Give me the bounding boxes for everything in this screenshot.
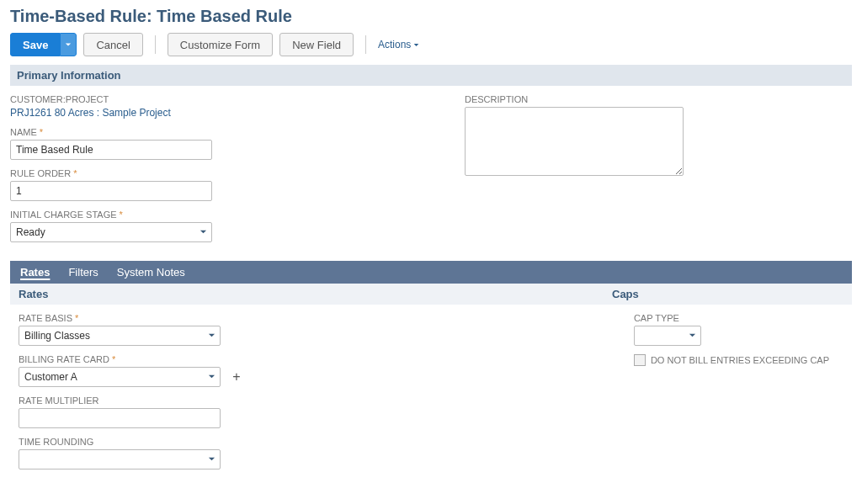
subheaders-row: Rates Caps: [10, 284, 852, 305]
initial-charge-stage-select[interactable]: [10, 222, 212, 242]
initial-charge-stage-label: INITIAL CHARGE STAGE *: [10, 210, 431, 220]
do-not-bill-label: DO NOT BILL ENTRIES EXCEEDING CAP: [651, 355, 829, 365]
add-billing-rate-card-button[interactable]: +: [227, 368, 246, 386]
rule-order-input[interactable]: [10, 181, 212, 201]
cancel-button[interactable]: Cancel: [83, 33, 142, 56]
actions-label: Actions: [378, 39, 411, 50]
time-rounding-select[interactable]: [19, 449, 221, 470]
cap-type-label: CAP TYPE: [634, 313, 843, 323]
rate-basis-select[interactable]: [19, 326, 221, 346]
rate-basis-label: RATE BASIS *: [19, 313, 600, 323]
actions-menu-link[interactable]: Actions: [378, 39, 419, 50]
new-field-button[interactable]: New Field: [279, 33, 354, 56]
section-header-primary-info: Primary Information: [10, 65, 852, 86]
toolbar-divider: [365, 35, 366, 54]
description-label: DESCRIPTION: [465, 94, 810, 104]
rate-multiplier-input[interactable]: [19, 408, 221, 428]
description-textarea[interactable]: [465, 107, 684, 176]
toolbar-divider: [155, 35, 156, 54]
time-rounding-label: TIME ROUNDING: [19, 437, 600, 447]
rates-body: RATE BASIS * BILLING RATE CARD * + RATE …: [10, 305, 852, 495]
subheader-caps: Caps: [604, 284, 852, 305]
caret-down-icon: [413, 42, 419, 48]
billing-rate-card-select[interactable]: [19, 367, 221, 387]
customer-project-link[interactable]: PRJ1261 80 Acres : Sample Project: [10, 107, 171, 119]
do-not-bill-checkbox[interactable]: [634, 354, 646, 366]
tab-filters[interactable]: Filters: [68, 266, 98, 279]
tab-rates[interactable]: Rates: [20, 266, 50, 279]
name-label: NAME *: [10, 127, 431, 137]
name-input[interactable]: [10, 140, 212, 160]
customer-project-label: CUSTOMER:PROJECT: [10, 94, 431, 104]
page-title: Time-Based Rule: Time Based Rule: [10, 7, 852, 26]
save-button[interactable]: Save: [10, 33, 60, 56]
rate-multiplier-label: RATE MULTIPLIER: [19, 395, 600, 406]
tab-system-notes[interactable]: System Notes: [117, 266, 185, 279]
top-toolbar: Save Cancel Customize Form New Field Act…: [10, 33, 852, 56]
customize-form-button[interactable]: Customize Form: [168, 33, 273, 56]
cap-type-select[interactable]: [634, 326, 701, 346]
rule-order-label: RULE ORDER *: [10, 168, 431, 178]
billing-rate-card-label: BILLING RATE CARD *: [19, 354, 600, 364]
tabs-bar: Rates Filters System Notes: [10, 261, 852, 284]
caret-down-icon: [65, 41, 72, 48]
save-split-button: Save: [10, 33, 77, 56]
save-dropdown-caret[interactable]: [60, 33, 77, 56]
primary-info-columns: CUSTOMER:PROJECT PRJ1261 80 Acres : Samp…: [10, 94, 852, 251]
subheader-rates: Rates: [10, 284, 604, 305]
